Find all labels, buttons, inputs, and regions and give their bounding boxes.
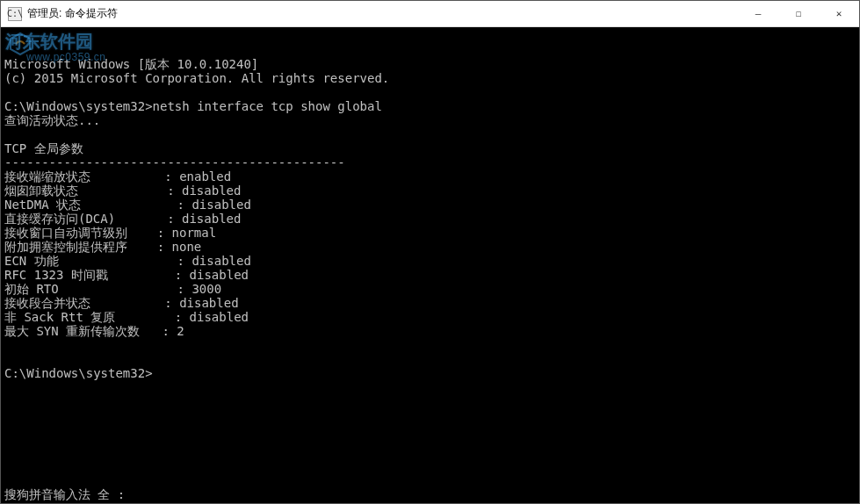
command-prompt-window: C:\ 管理员: 命令提示符 — ☐ ✕ Microsoft Windows [… (0, 0, 860, 504)
window-controls: — ☐ ✕ (738, 1, 859, 26)
terminal-line: 最大 SYN 重新传输次数 : 2 (4, 324, 856, 338)
close-button[interactable]: ✕ (819, 1, 859, 26)
terminal-line: RFC 1323 时间戳 : disabled (4, 268, 856, 282)
app-icon-text: C:\ (7, 9, 23, 18)
titlebar[interactable]: C:\ 管理员: 命令提示符 — ☐ ✕ (1, 1, 859, 27)
terminal-line (4, 338, 856, 352)
terminal-line: TCP 全局参数 (4, 141, 856, 155)
terminal-line: 接收端缩放状态 : enabled (4, 169, 856, 184)
terminal-line (4, 127, 856, 141)
terminal-body: Microsoft Windows [版本 10.0.10240](c) 201… (4, 57, 856, 380)
terminal-line: 查询活动状态... (4, 113, 856, 127)
window-title: 管理员: 命令提示符 (27, 6, 738, 21)
terminal-line: (c) 2015 Microsoft Corporation. All righ… (4, 71, 856, 85)
terminal-line: 非 Sack Rtt 复原 : disabled (4, 310, 856, 324)
terminal-line: 接收窗口自动调节级别 : normal (4, 226, 856, 240)
terminal-line: NetDMA 状态 : disabled (4, 198, 856, 212)
maximize-button[interactable]: ☐ (778, 1, 819, 26)
terminal-line: ECN 功能 : disabled (4, 254, 856, 268)
terminal-line: 直接缓存访问(DCA) : disabled (4, 212, 856, 226)
minimize-button[interactable]: — (738, 1, 778, 26)
terminal-line: C:\Windows\system32>netsh interface tcp … (4, 99, 856, 113)
terminal-output[interactable]: Microsoft Windows [版本 10.0.10240](c) 201… (1, 27, 859, 503)
app-icon: C:\ (8, 7, 22, 21)
terminal-line: 接收段合并状态 : disabled (4, 296, 856, 310)
terminal-line: ----------------------------------------… (4, 155, 856, 169)
terminal-line (4, 352, 856, 366)
terminal-line: 初始 RTO : 3000 (4, 282, 856, 296)
ime-status: 搜狗拼音输入法 全 : (4, 487, 125, 501)
terminal-line: C:\Windows\system32> (4, 366, 856, 380)
terminal-line: 附加拥塞控制提供程序 : none (4, 240, 856, 254)
terminal-line: 烟囱卸载状态 : disabled (4, 184, 856, 198)
terminal-line: Microsoft Windows [版本 10.0.10240] (4, 57, 856, 71)
terminal-line (4, 85, 856, 99)
